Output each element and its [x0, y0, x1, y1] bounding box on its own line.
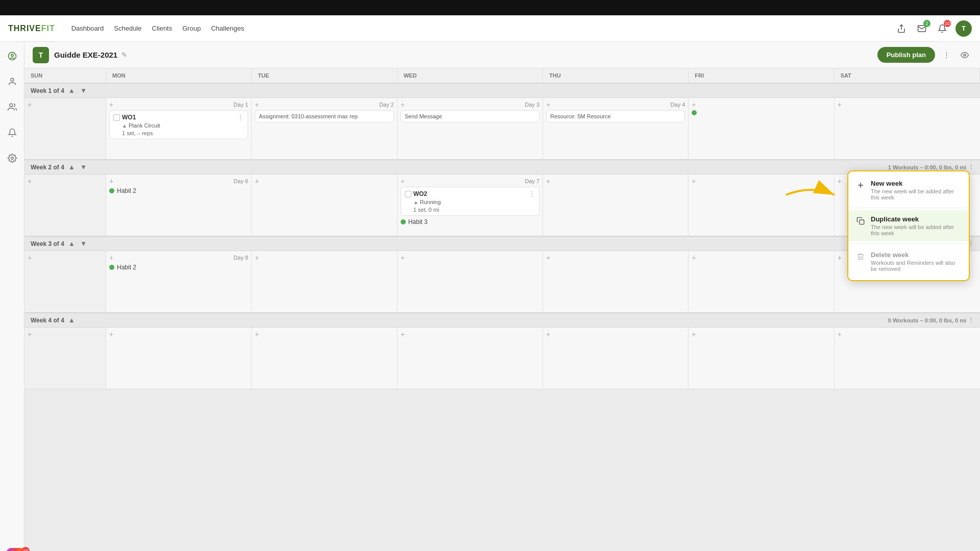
notifications-icon[interactable]: 10 [935, 21, 949, 36]
nav-clients[interactable]: Clients [152, 24, 173, 32]
dropdown-delete-week[interactable]: Delete week Workouts and Reminders will … [848, 246, 969, 277]
week-1-expand-btn[interactable]: ▲ [67, 87, 76, 94]
week-1: Week 1 of 4 ▲ ▼ + + Day 1 [24, 83, 980, 160]
assignment-item-1[interactable]: Assignment: 0310-assessment max rep [255, 110, 394, 122]
habit-2-week3-dot [109, 265, 114, 270]
delete-week-desc: Workouts and Reminders will also be remo… [871, 260, 962, 272]
nav-group[interactable]: Group [182, 24, 201, 32]
content-area: T Guidde EXE-2021 ✎ Publish plan ⋮ SUN M… [24, 42, 980, 551]
week-3-mon-add[interactable]: + [109, 254, 113, 261]
week-2-tue: + [252, 174, 397, 236]
week-1-thu-add[interactable]: + [546, 101, 550, 108]
week-3-tue-add[interactable]: + [255, 254, 259, 261]
week-4-more-icon[interactable]: ⋮ [968, 317, 974, 323]
week-4: Week 4 of 4 ▲ 0 Workouts – 0:00, 0 lbs, … [24, 313, 980, 389]
message-item-1[interactable]: Send Message [401, 110, 540, 122]
wo2-exercise-detail: 1 set, 0 mi [405, 207, 535, 213]
week-2-more-icon[interactable]: ⋮ [968, 164, 974, 170]
week-4-tue-add[interactable]: + [255, 331, 259, 338]
dock-app-icon[interactable]: 10 [6, 548, 28, 551]
wo2-more[interactable]: ⋮ [528, 190, 535, 198]
sidebar-bell-icon[interactable] [4, 124, 20, 141]
week-1-mon-add[interactable]: + [109, 101, 113, 108]
svg-point-1 [11, 54, 13, 57]
calendar-header: SUN MON TUE WED THU FRI SAT [24, 68, 980, 83]
week-2-fri-add[interactable]: + [692, 178, 696, 185]
wo1-more[interactable]: ⋮ [237, 113, 244, 121]
dropdown-duplicate-week[interactable]: Duplicate week The new week will be adde… [848, 210, 969, 241]
week-2-sun-add[interactable]: + [28, 178, 32, 185]
sidebar-group-icon[interactable] [4, 99, 20, 115]
week-3-label: Week 3 of 4 [31, 240, 64, 247]
wo1-checkbox[interactable] [113, 114, 120, 121]
week-1-wed-add[interactable]: + [401, 101, 405, 108]
week-3-thu-add[interactable]: + [546, 254, 550, 261]
week-1-tue-add[interactable]: + [255, 101, 259, 108]
week-3-sun-add[interactable]: + [28, 254, 32, 261]
sidebar-home-icon[interactable] [4, 48, 20, 64]
svg-point-5 [964, 54, 966, 56]
week-3-sat-add[interactable]: + [838, 254, 842, 261]
resource-item-1[interactable]: Resource: 5M Resource [546, 110, 685, 122]
week-4-expand-btn[interactable]: ▲ [67, 316, 76, 324]
week-4-thu-add[interactable]: + [546, 331, 550, 338]
week-3-wed-add[interactable]: + [401, 254, 405, 261]
dropdown-new-week[interactable]: New week The new week will be added afte… [848, 174, 969, 206]
week-1-sun: + [24, 98, 106, 159]
week-1-collapse-btn[interactable]: ▼ [79, 87, 88, 94]
week-1-sat-add[interactable]: + [838, 101, 842, 108]
nav-schedule[interactable]: Schedule [114, 24, 141, 32]
week-1-sun-add[interactable]: + [28, 101, 32, 108]
share-icon[interactable] [894, 21, 909, 36]
week-3-collapse-btn[interactable]: ▼ [79, 240, 88, 247]
habit-2-week3[interactable]: Habit 2 [109, 264, 248, 271]
avatar[interactable]: T [955, 20, 972, 37]
week-2-collapse-btn[interactable]: ▼ [79, 163, 88, 171]
week-2-expand-btn[interactable]: ▲ [67, 163, 76, 171]
week-2-sun: + [24, 174, 106, 236]
week-1-fri-add[interactable]: + [692, 101, 696, 108]
week-4-fri-add[interactable]: + [692, 331, 696, 338]
mail-icon[interactable]: 2 [915, 21, 929, 36]
week-3-mon: + Day 8 Habit 2 [106, 251, 252, 312]
wo2-exercise-icon: ▲ [413, 199, 419, 205]
week-4-mon: + [106, 328, 252, 389]
week-2-thu-add[interactable]: + [546, 178, 550, 185]
duplicate-week-title: Duplicate week [871, 215, 962, 223]
svg-rect-9 [860, 220, 864, 224]
wo2-checkbox[interactable] [405, 191, 411, 197]
dropdown-divider-1 [848, 208, 969, 208]
week-4-sun-add[interactable]: + [28, 331, 32, 338]
week-4-mon-add[interactable]: + [109, 331, 113, 338]
week-4-sat-add[interactable]: + [838, 331, 842, 338]
week-3-expand-btn[interactable]: ▲ [67, 240, 76, 247]
sidebar-user-icon[interactable] [4, 73, 20, 90]
plan-view-icon[interactable] [958, 48, 972, 62]
workout-wo2[interactable]: WO2 ⋮ ▲ Running 1 set, 0 mi [401, 187, 540, 216]
week-2-sat-add[interactable]: + [838, 178, 842, 185]
week-2-tue-add[interactable]: + [255, 178, 259, 185]
week-3-mon-daynum: Day 8 [234, 255, 249, 261]
week-2-thu: + [543, 174, 689, 236]
nav-dashboard[interactable]: Dashboard [71, 24, 104, 32]
week-1-wed: + Day 3 Send Message [398, 98, 543, 159]
workout-wo1[interactable]: WO1 ⋮ ▲ Plank Circuit 1 set, – reps [109, 110, 248, 139]
habit-2-week2[interactable]: Habit 2 [109, 187, 248, 194]
habit-3-week2[interactable]: Habit 3 [401, 218, 540, 226]
week-2-wed-add[interactable]: + [401, 178, 405, 185]
week-4-wed-add[interactable]: + [401, 331, 405, 338]
publish-plan-button[interactable]: Publish plan [877, 47, 935, 63]
nav-challenges[interactable]: Challenges [211, 24, 244, 32]
plan-more-icon[interactable]: ⋮ [939, 48, 953, 62]
wo2-exercise: ▲ Running [405, 199, 535, 205]
week-2-mon-add[interactable]: + [109, 178, 113, 185]
week-3-fri-add[interactable]: + [692, 254, 696, 261]
week-1-mon: + Day 1 WO1 ⋮ ▲ [106, 98, 252, 159]
sidebar-settings-icon[interactable] [4, 150, 20, 166]
week-1-mon-daynum: Day 1 [234, 102, 249, 108]
plan-edit-icon[interactable]: ✎ [121, 51, 127, 59]
week-4-label: Week 4 of 4 [31, 317, 64, 324]
fri-dot [692, 110, 697, 115]
week-3-tue: + [252, 251, 397, 312]
logo: THRIVEFIT [8, 24, 55, 33]
